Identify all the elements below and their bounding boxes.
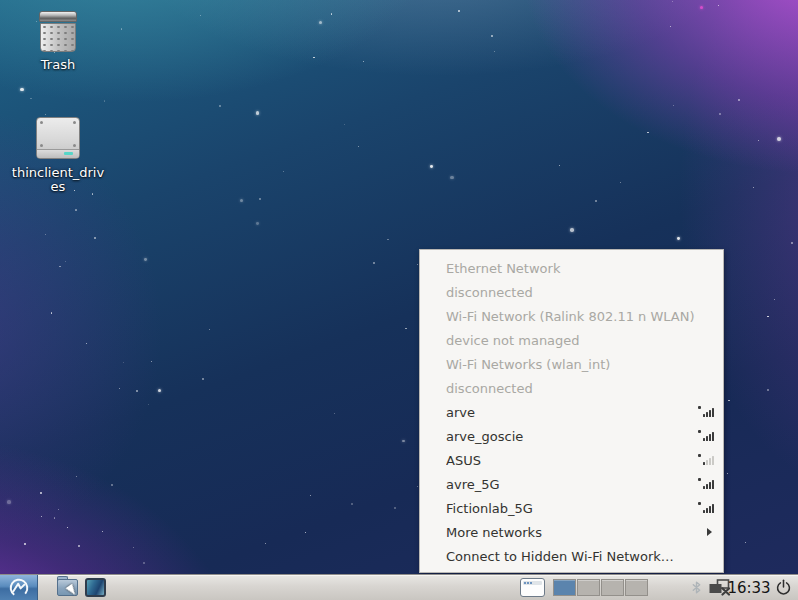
menu-item-label: Wi-Fi Network (Ralink 802.11 n WLAN)	[446, 309, 714, 324]
wifi-signal-icon	[697, 454, 714, 466]
menu-item-label: Connect to Hidden Wi-Fi Network…	[446, 549, 714, 564]
logout-button[interactable]	[771, 575, 795, 600]
workspace-cell-2[interactable]	[577, 579, 600, 596]
menu-status-item: Wi-Fi Networks (wlan_int)	[420, 352, 723, 376]
menu-status-item: Ethernet Network	[420, 256, 723, 280]
menu-wifi-network-item[interactable]: avre_5G	[420, 472, 723, 496]
menu-item-label: disconnected	[446, 285, 714, 300]
menu-item-label: avre_5G	[446, 477, 697, 492]
clock[interactable]: 16:33	[728, 575, 770, 600]
menu-item-label: arve_goscie	[446, 429, 697, 444]
taskbar: 16:33	[0, 574, 798, 600]
network-manager-menu: Ethernet NetworkdisconnectedWi-Fi Networ…	[419, 249, 724, 573]
lubuntu-logo-icon	[8, 577, 30, 599]
start-menu-button[interactable]	[0, 575, 38, 600]
workspace-cell-1[interactable]	[553, 579, 576, 596]
wifi-signal-icon	[697, 478, 714, 490]
menu-status-item: disconnected	[420, 376, 723, 400]
menu-more-networks-item[interactable]: More networks	[420, 520, 723, 544]
drive-icon-band	[37, 149, 79, 158]
menu-item-label: disconnected	[446, 381, 714, 396]
desktop-screen: Trash thinclient_drives Ethernet Network…	[0, 0, 798, 600]
bluetooth-tray-item[interactable]	[688, 575, 704, 600]
menu-item-label: Fictionlab_5G	[446, 501, 697, 516]
menu-action-item[interactable]: Connect to Hidden Wi-Fi Network…	[420, 544, 723, 568]
desktop-thumbnail-icon	[85, 578, 106, 597]
trash-icon-lid	[39, 11, 77, 22]
menu-item-label: device not managed	[446, 333, 714, 348]
desktop-icon-trash[interactable]: Trash	[8, 11, 108, 72]
menu-status-item: disconnected	[420, 280, 723, 304]
drive-icon-led	[64, 152, 73, 155]
menu-status-item: device not managed	[420, 328, 723, 352]
menu-wifi-network-item[interactable]: Fictionlab_5G	[420, 496, 723, 520]
desktop-icon-label: Trash	[41, 58, 75, 72]
wifi-signal-icon	[697, 502, 714, 514]
menu-item-label: Ethernet Network	[446, 261, 714, 276]
menu-wifi-network-item[interactable]: ASUS	[420, 448, 723, 472]
menu-item-label: arve	[446, 405, 697, 420]
workspace-pager[interactable]	[553, 575, 648, 600]
wifi-signal-icon	[697, 430, 714, 442]
desktop-icon-label: thinclient_drives	[10, 166, 106, 194]
menu-item-label: Wi-Fi Networks (wlan_int)	[446, 357, 714, 372]
window-list-button[interactable]	[517, 575, 548, 600]
workspace-cell-3[interactable]	[601, 579, 624, 596]
menu-status-item: Wi-Fi Network (Ralink 802.11 n WLAN)	[420, 304, 723, 328]
submenu-arrow-icon	[707, 528, 712, 536]
trash-icon-body	[40, 23, 76, 52]
show-desktop-button[interactable]	[84, 575, 106, 600]
drive-icon	[36, 117, 80, 159]
menu-wifi-network-item[interactable]: arve_goscie	[420, 424, 723, 448]
bluetooth-icon	[691, 580, 702, 595]
folder-icon	[57, 579, 78, 596]
window-icon	[520, 578, 545, 597]
file-manager-launcher[interactable]	[56, 575, 78, 600]
menu-wifi-network-item[interactable]: arve	[420, 400, 723, 424]
desktop-icon-thinclient-drives[interactable]: thinclient_drives	[8, 117, 108, 194]
menu-item-label: ASUS	[446, 453, 697, 468]
trash-icon	[39, 11, 77, 51]
wifi-signal-icon	[697, 406, 714, 418]
menu-item-label: More networks	[446, 525, 707, 540]
workspace-cell-4[interactable]	[625, 579, 648, 596]
power-icon	[775, 579, 792, 596]
